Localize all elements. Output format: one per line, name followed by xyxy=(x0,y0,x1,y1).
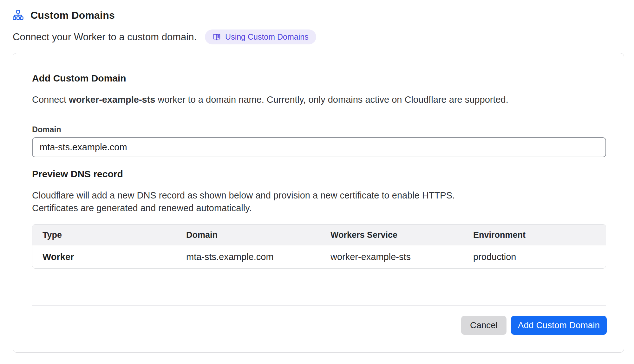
domain-field-label: Domain xyxy=(32,125,61,134)
panel-heading: Add Custom Domain xyxy=(32,73,126,84)
cell-workers-service: worker-example-sts xyxy=(330,252,473,262)
column-header-type: Type xyxy=(42,230,186,240)
sitemap-icon xyxy=(13,10,23,21)
add-custom-domain-button[interactable]: Add Custom Domain xyxy=(511,316,607,335)
book-open-icon xyxy=(212,33,221,41)
custom-domains-page: Custom Domains Connect your Worker to a … xyxy=(0,0,634,364)
panel-intro-text: Connect worker-example-sts worker to a d… xyxy=(32,93,590,106)
cell-domain: mta-sts.example.com xyxy=(186,252,330,262)
preview-dns-description: Cloudflare will add a new DNS record as … xyxy=(32,189,495,214)
docs-link-badge[interactable]: Using Custom Domains xyxy=(205,29,316,44)
cancel-button[interactable]: Cancel xyxy=(461,316,507,335)
page-subheader: Connect your Worker to a custom domain. … xyxy=(13,29,316,44)
worker-name: worker-example-sts xyxy=(69,94,155,105)
domain-input[interactable] xyxy=(32,137,606,157)
cell-environment: production xyxy=(473,252,596,262)
table-row: Worker mta-sts.example.com worker-exampl… xyxy=(32,245,606,268)
page-subtitle: Connect your Worker to a custom domain. xyxy=(13,31,197,43)
table-header-row: Type Domain Workers Service Environment xyxy=(32,224,606,245)
cell-type: Worker xyxy=(42,252,186,262)
add-custom-domain-panel: Add Custom Domain Connect worker-example… xyxy=(13,53,624,353)
dns-record-table: Type Domain Workers Service Environment … xyxy=(32,224,606,269)
footer-divider xyxy=(32,305,606,306)
action-bar: Cancel Add Custom Domain xyxy=(32,316,607,335)
docs-link-label: Using Custom Domains xyxy=(225,32,309,42)
column-header-domain: Domain xyxy=(186,230,330,240)
preview-dns-heading: Preview DNS record xyxy=(32,169,123,179)
column-header-environment: Environment xyxy=(473,230,596,240)
page-title: Custom Domains xyxy=(30,10,115,21)
page-header: Custom Domains xyxy=(13,10,115,21)
column-header-workers-service: Workers Service xyxy=(330,230,473,240)
